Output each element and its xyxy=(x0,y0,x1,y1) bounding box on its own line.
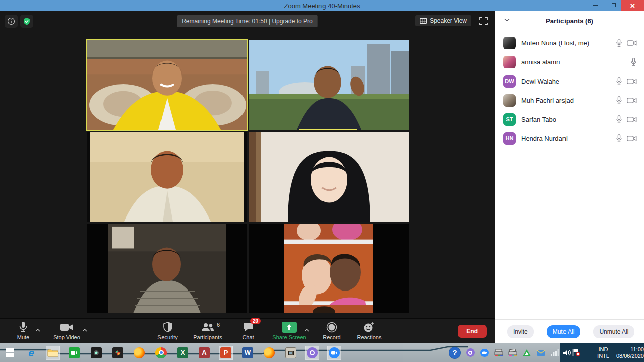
mic-icon[interactable] xyxy=(616,39,622,47)
help-tray-icon[interactable]: ? xyxy=(448,346,461,359)
mute-all-button[interactable]: Mute All xyxy=(547,325,581,338)
end-meeting-button[interactable]: End xyxy=(458,325,487,338)
participant-name: Hendra Nurdani xyxy=(521,135,616,142)
chrome-icon[interactable] xyxy=(154,346,168,359)
firefox-icon-2[interactable] xyxy=(263,346,276,359)
speaker-tray-icon[interactable] xyxy=(563,348,572,358)
participant-row[interactable]: annisa alamri xyxy=(495,52,644,71)
mic-icon[interactable] xyxy=(616,115,622,124)
window-title: Zoom Meeting 40-Minutes xyxy=(284,2,360,10)
participant-name: Sarfan Tabo xyxy=(521,116,616,123)
internet-explorer-icon[interactable]: e xyxy=(25,346,38,359)
info-icon xyxy=(7,17,15,25)
avatar: HN xyxy=(503,132,516,145)
participant-row[interactable]: DW Dewi Walahe xyxy=(495,71,644,91)
video-tile-participant-5[interactable] xyxy=(87,224,247,313)
camera-icon[interactable] xyxy=(627,116,637,123)
stop-video-label: Stop Video xyxy=(53,334,80,340)
chat-label: Chat xyxy=(242,334,254,340)
firefox-icon[interactable] xyxy=(133,346,146,359)
participant-name: Muten Nuna (Host, me) xyxy=(521,39,616,47)
video-feed xyxy=(87,224,247,313)
video-tile-participant-2[interactable] xyxy=(249,40,409,130)
security-shield-icon xyxy=(163,322,173,333)
video-tile-participant-4[interactable] xyxy=(249,132,409,222)
mic-icon[interactable] xyxy=(630,58,637,66)
zoom-tray-icon[interactable] xyxy=(479,348,490,358)
shield-check-icon xyxy=(23,17,31,26)
participant-row[interactable]: Muten Nuna (Host, me) xyxy=(495,33,644,52)
mail-tray-icon[interactable] xyxy=(536,348,546,358)
security-shield-button[interactable] xyxy=(20,15,33,28)
fullscreen-button[interactable] xyxy=(477,16,490,27)
powerpoint-icon[interactable]: P xyxy=(219,346,232,359)
reactions-smiley-icon xyxy=(363,322,375,333)
participant-row[interactable]: HN Hendra Nurdani xyxy=(495,129,644,148)
participant-row[interactable]: ST Sarfan Tabo xyxy=(495,110,644,129)
video-tile-participant-6[interactable] xyxy=(249,224,409,313)
minimize-button[interactable] xyxy=(587,0,604,11)
share-options-caret[interactable] xyxy=(304,325,309,334)
participants-list: Muten Nuna (Host, me) annisa alamri DW D… xyxy=(495,33,644,148)
video-options-caret[interactable] xyxy=(82,325,87,334)
close-button[interactable]: ✕ xyxy=(621,0,644,11)
restore-button[interactable] xyxy=(604,0,621,11)
camera-icon[interactable] xyxy=(627,135,637,142)
avatar xyxy=(503,56,516,68)
record-button[interactable]: Record xyxy=(312,321,351,340)
signal-tray-icon[interactable] xyxy=(550,348,560,358)
video-tile-muten-nuna[interactable] xyxy=(87,40,247,130)
speaker-view-button[interactable]: Speaker View xyxy=(415,15,471,26)
share-screen-button[interactable]: Share Screen xyxy=(270,321,308,340)
mic-icon[interactable] xyxy=(616,96,622,105)
security-button[interactable]: Security xyxy=(148,321,187,340)
file-explorer-icon[interactable] xyxy=(46,346,59,359)
video-tile-participant-3[interactable] xyxy=(87,132,247,222)
camera-app-icon[interactable] xyxy=(90,346,103,359)
app-ring-icon[interactable] xyxy=(306,346,319,359)
network-flag-tray-icon[interactable] xyxy=(572,348,580,358)
zoom-meeting-window: Zoom Meeting 40-Minutes ✕ Remaining Meet… xyxy=(0,0,644,362)
unmute-all-button[interactable]: Unmute All xyxy=(593,325,634,338)
video-feed xyxy=(87,40,247,130)
share-screen-label: Share Screen xyxy=(272,334,306,340)
participants-button[interactable]: 6 Participants xyxy=(189,321,227,340)
camera-icon[interactable] xyxy=(627,97,637,104)
video-camera-icon xyxy=(60,323,73,331)
zoom-taskbar-icon[interactable] xyxy=(328,346,341,359)
media-player-icon[interactable] xyxy=(284,346,297,359)
participant-row[interactable]: Muh Fachri arsjad xyxy=(495,91,644,110)
photo-app-icon[interactable] xyxy=(111,346,124,359)
language-indicator[interactable]: IND INTL xyxy=(597,346,609,359)
excel-icon[interactable]: X xyxy=(176,346,189,359)
remaining-time-banner[interactable]: Remaining Meeting Time: 01:50 | Upgrade … xyxy=(177,15,318,27)
folder-icon xyxy=(47,348,58,357)
meeting-info-button[interactable] xyxy=(5,15,18,28)
camera-icon[interactable] xyxy=(627,78,637,85)
ring-tray-icon[interactable] xyxy=(465,348,475,358)
recorder-app-icon[interactable] xyxy=(68,346,81,359)
invite-button[interactable]: Invite xyxy=(507,325,534,338)
chevron-down-icon[interactable] xyxy=(504,17,510,23)
share-screen-icon xyxy=(282,322,297,333)
start-button[interactable] xyxy=(3,346,16,359)
chat-button[interactable]: 20 Chat xyxy=(229,321,267,340)
stop-video-button[interactable]: Stop Video xyxy=(48,321,86,340)
printer2-tray-icon[interactable] xyxy=(508,348,518,358)
camera-icon[interactable] xyxy=(627,40,637,46)
record-icon xyxy=(326,322,337,333)
reactions-button[interactable]: Reactions xyxy=(350,321,388,340)
participants-count: 6 xyxy=(217,322,220,328)
printer-tray-icon[interactable] xyxy=(494,348,504,358)
nvidia-tray-icon[interactable] xyxy=(522,348,532,358)
clock[interactable]: 11:00 08/06/2020 xyxy=(616,346,644,359)
meeting-area: Remaining Meeting Time: 01:50 | Upgrade … xyxy=(0,11,495,343)
access-icon[interactable]: A xyxy=(198,346,211,359)
mic-icon[interactable] xyxy=(616,77,622,86)
grid-view-icon xyxy=(420,18,427,24)
mute-options-caret[interactable] xyxy=(35,325,40,334)
mic-icon[interactable] xyxy=(616,134,622,143)
windows-taskbar: e X A P W ? xyxy=(0,343,644,362)
word-icon[interactable]: W xyxy=(241,346,254,359)
meeting-toolbar: Mute Stop Video Security 6 Participants … xyxy=(0,318,495,343)
